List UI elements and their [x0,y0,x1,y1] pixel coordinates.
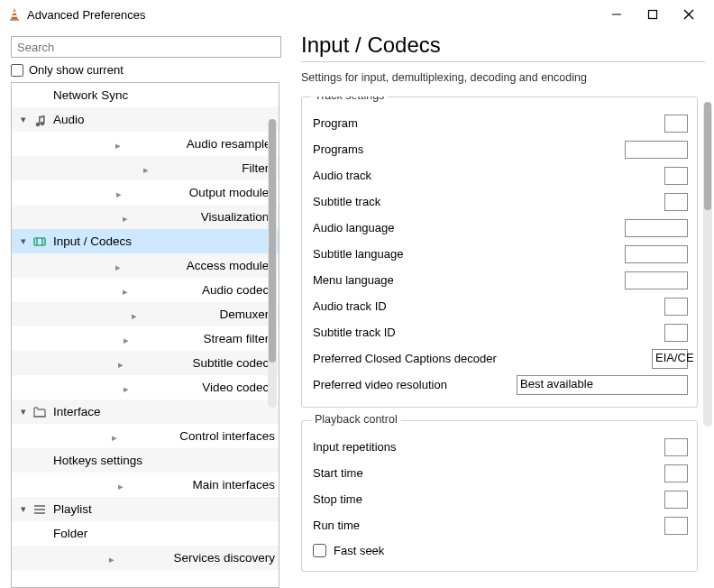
field-value [511,141,688,159]
text-input[interactable] [664,167,688,185]
codec-icon [32,234,48,250]
only-show-current-checkbox[interactable]: Only show current [11,63,279,77]
tree-item-label: Stream filters [203,332,275,345]
tree-item[interactable]: Audio resampler [12,132,279,156]
tree-item[interactable]: Output modules [12,180,279,205]
tree-item[interactable]: Visualizations [12,205,279,229]
tree-item[interactable]: Stream filters [12,326,279,351]
tree-item[interactable]: Playlist [12,497,279,521]
chevron-down-icon[interactable] [17,406,30,418]
tree-item[interactable]: Audio [12,107,279,132]
chevron-down-icon[interactable] [17,235,30,247]
text-input[interactable] [664,464,688,482]
tree-item[interactable]: Video codecs [12,375,279,400]
tree-item-label: Audio codecs [202,283,275,297]
form-row: Menu language [313,267,688,293]
chevron-down-icon[interactable] [17,503,30,515]
tree-item-label: Interface [53,405,101,418]
search-input[interactable] [11,36,281,58]
field-value [511,245,688,263]
tree-item[interactable]: Folder [12,521,279,546]
field-label: Preferred video resolution [313,378,511,391]
tree-item[interactable]: Network Sync [12,83,279,107]
tree-item-label: Output modules [189,186,275,199]
chevron-right-icon[interactable] [39,185,188,200]
field-label: Subtitle track [313,195,511,208]
form-row: Program [313,110,688,136]
field-label: Audio track [313,169,511,182]
text-input[interactable] [664,438,688,456]
form-row: Run time [313,512,688,538]
chevron-right-icon[interactable] [39,428,178,444]
tree-item[interactable]: Access modules [12,253,279,278]
text-input[interactable] [625,245,688,263]
checkbox-row[interactable]: Fast seek [313,538,688,562]
chevron-right-icon[interactable] [39,355,190,371]
text-input[interactable] [625,219,688,237]
chevron-right-icon[interactable] [39,331,201,346]
tree-item[interactable]: Subtitle codecs [12,351,279,375]
interface-icon [32,404,48,420]
text-input[interactable] [664,298,688,316]
chevron-right-icon[interactable] [39,307,217,322]
chevron-down-icon[interactable] [17,114,30,125]
text-input[interactable] [664,491,688,509]
svg-rect-5 [649,11,657,19]
chevron-right-icon[interactable] [39,136,185,152]
form-row: Start time [313,460,688,486]
tree-item-label: Input / Codecs [53,234,132,248]
field-label: Input repetitions [313,440,511,454]
tree-container: Network SyncAudioAudio resamplerFiltersO… [11,82,279,588]
tree-item[interactable]: Services discovery [12,546,279,570]
minimize-button[interactable] [599,2,635,27]
tree-item[interactable]: Input / Codecs [12,229,279,253]
tree-item[interactable]: Hotkeys settings [12,448,279,473]
chevron-right-icon[interactable] [39,477,190,492]
svg-rect-15 [33,416,46,418]
text-input[interactable] [625,271,688,289]
chevron-right-icon[interactable] [39,380,200,395]
form-row: Audio track ID [313,293,688,319]
field-value: Best available [511,375,688,395]
field-label: Preferred Closed Captions decoder [313,352,511,365]
select-input[interactable]: Best available [517,375,688,395]
text-input[interactable] [664,517,688,535]
chevron-right-icon[interactable] [39,209,199,225]
field-label: Programs [313,142,511,156]
text-input[interactable] [664,115,688,133]
field-value [511,193,688,211]
preferences-tree[interactable]: Network SyncAudioAudio resamplerFiltersO… [12,83,279,587]
vlc-cone-icon [7,7,22,22]
field-value [511,167,688,185]
tree-item[interactable]: Demuxers [12,302,279,326]
text-input[interactable] [664,193,688,211]
separator [301,61,705,62]
tree-item[interactable]: Control interfaces [12,424,279,448]
settings-scroll: Track settingsProgramProgramsAudio track… [301,96,714,588]
close-button[interactable] [671,2,707,27]
tree-item-label: Hotkeys settings [53,454,142,467]
field-label: Start time [313,466,511,480]
chevron-right-icon[interactable] [39,161,240,176]
chevron-right-icon[interactable] [39,258,185,273]
tree-item[interactable]: Interface [12,400,279,424]
tree-item[interactable]: Main interfaces [12,473,279,497]
svg-marker-0 [11,8,18,20]
form-row: Audio track [313,162,688,188]
select-input[interactable]: EIA/CE [652,349,688,369]
field-label: Program [313,116,511,130]
text-input[interactable] [625,141,688,159]
chevron-right-icon[interactable] [39,282,200,298]
field-label: Subtitle track ID [313,326,511,339]
form-row: Preferred video resolutionBest available [313,372,688,398]
tree-item[interactable]: Filters [12,156,279,180]
tree-scrollbar[interactable] [268,119,277,408]
maximize-button[interactable] [635,2,671,27]
sidebar: Only show current Network SyncAudioAudio… [0,29,288,588]
tree-item-label: Control interfaces [179,429,275,443]
field-label: Audio track ID [313,299,511,313]
tree-item[interactable]: Audio codecs [12,278,279,302]
text-input[interactable] [664,324,688,342]
chevron-right-icon[interactable] [39,550,171,565]
panel-scrollbar[interactable] [703,102,712,427]
